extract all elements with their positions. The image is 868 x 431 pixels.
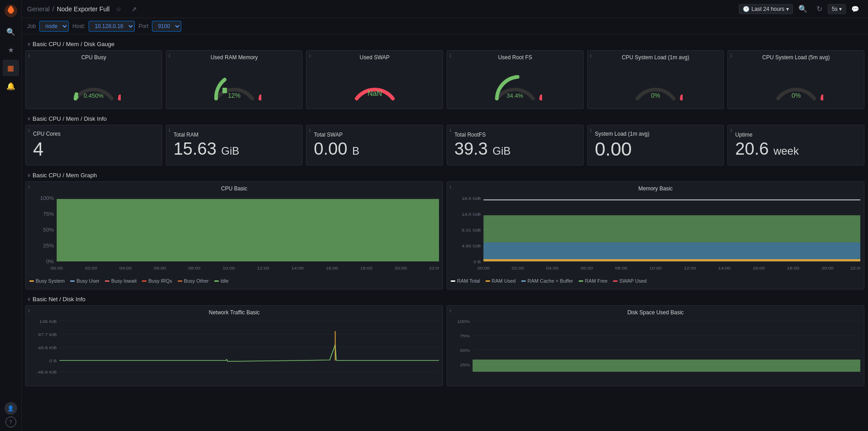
svg-text:0.450%: 0.450%	[84, 92, 104, 99]
info-section-title: Basic CPU / Mem / Disk Info	[33, 115, 107, 122]
legend-busy-user: Busy User	[70, 278, 99, 284]
dashboard: Basic CPU / Mem / Disk Gauge i CPU Busy	[22, 34, 868, 431]
cpu-load-5m-info-icon[interactable]: i	[731, 53, 731, 58]
cpu-mem-graph-section-header[interactable]: Basic CPU / Mem Graph	[25, 169, 864, 181]
cpu-load-1m-title: CPU System Load (1m avg)	[591, 54, 720, 61]
filterbar: Job node Host: 10.128.0.16 Port 9100	[22, 18, 868, 34]
time-range-chevron: ▾	[786, 6, 789, 12]
svg-text:16:00: 16:00	[753, 266, 765, 270]
network-chart-area: 146 KiB 97.7 KiB 48.8 KiB 0 B -48.8 KiB	[29, 317, 439, 382]
sidebar-item-search[interactable]: 🔍	[3, 24, 19, 40]
host-select[interactable]: 10.128.0.16	[89, 21, 135, 32]
gauge-section-header[interactable]: Basic CPU / Mem / Disk Gauge	[25, 38, 864, 50]
svg-text:16:00: 16:00	[326, 266, 339, 270]
time-range-selector[interactable]: 🕐 Last 24 hours ▾	[739, 4, 793, 14]
info-section-header[interactable]: Basic CPU / Mem / Disk Info	[25, 113, 864, 125]
network-traffic-info-icon[interactable]: i	[28, 308, 29, 313]
memory-basic-info-icon[interactable]: i	[450, 185, 451, 189]
share-dashboard-button[interactable]: ⇗	[128, 4, 141, 14]
star-dashboard-button[interactable]: ☆	[112, 4, 125, 14]
svg-text:146 KiB: 146 KiB	[39, 319, 57, 324]
total-rootfs-info-icon[interactable]: i	[450, 128, 451, 133]
total-ram-panel: i Total RAM 15.63 GiB	[166, 125, 303, 166]
svg-text:14:00: 14:00	[292, 266, 304, 270]
svg-text:100%: 100%	[458, 319, 470, 324]
gauge-section-title: Basic CPU / Mem / Disk Gauge	[33, 41, 114, 47]
job-select[interactable]: node	[39, 21, 69, 32]
svg-text:22:00: 22:00	[850, 266, 860, 270]
port-select[interactable]: 9100	[152, 21, 181, 32]
sidebar-item-dashboards[interactable]: ▦	[3, 60, 19, 76]
legend-swap-used: SWAP Used	[613, 278, 647, 284]
cpu-basic-info-icon[interactable]: i	[28, 185, 29, 189]
legend-ram-cache-dot	[521, 280, 526, 282]
sidebar: 🔍 ★ ▦ 🔔 👤 ?	[0, 0, 22, 431]
svg-text:34.4%: 34.4%	[507, 92, 524, 99]
cpu-load-5m-title: CPU System Load (5m avg)	[731, 54, 860, 61]
legend-ram-used-label: RAM Used	[492, 278, 516, 284]
topbar-actions: 🕐 Last 24 hours ▾ 🔍 ↻ 5s ▾ 💬	[739, 3, 863, 15]
sidebar-item-user[interactable]: 👤	[5, 402, 17, 415]
cpu-basic-panel: i CPU Basic 100%	[25, 181, 443, 289]
used-swap-panel: i Used SWAP NaN	[306, 50, 443, 109]
svg-text:20:00: 20:00	[821, 266, 834, 270]
net-disk-section-header[interactable]: Basic Net / Disk Info	[25, 293, 864, 305]
used-rootfs-info-icon[interactable]: i	[450, 53, 451, 58]
cpu-busy-info-icon[interactable]: i	[28, 53, 29, 58]
system-load-info-icon[interactable]: i	[590, 128, 591, 133]
system-load-value: 0.00	[595, 139, 632, 160]
refresh-rate-chevron: ▾	[839, 6, 842, 12]
svg-text:100%: 100%	[40, 196, 54, 201]
legend-busy-other: Busy Other	[178, 278, 209, 284]
used-ram-info-icon[interactable]: i	[169, 53, 170, 58]
gauge-section: Basic CPU / Mem / Disk Gauge i CPU Busy	[25, 38, 864, 109]
cpu-mem-graph-row: i CPU Basic 100%	[25, 181, 864, 289]
legend-ram-free-label: RAM Free	[585, 278, 608, 284]
used-rootfs-gauge-svg: 34.4%	[488, 67, 542, 103]
disk-space-panel: i Disk Space Used Basic 100% 75% 50%	[447, 305, 864, 386]
used-swap-info-icon[interactable]: i	[309, 53, 310, 58]
legend-busy-iowait-label: Busy Iowait	[111, 278, 137, 284]
zoom-out-button[interactable]: 🔍	[795, 3, 811, 15]
main-content: General / Node Exporter Full ☆ ⇗ 🕐 Last …	[22, 0, 868, 431]
cpu-basic-title: CPU Basic	[29, 185, 439, 192]
network-chart-svg: 146 KiB 97.7 KiB 48.8 KiB 0 B -48.8 KiB	[29, 317, 439, 381]
cpu-chart-svg: 100% 75% 50% 25% 0% 00:00 02:00 04:00	[29, 194, 439, 275]
uptime-panel: i Uptime 20.6 week	[727, 125, 864, 166]
uptime-value: 20.6 week	[735, 140, 799, 159]
sidebar-item-help[interactable]: ?	[5, 417, 16, 427]
svg-text:00:00: 00:00	[477, 266, 490, 270]
legend-busy-system: Busy System	[29, 278, 65, 284]
disk-space-info-icon[interactable]: i	[450, 308, 451, 313]
legend-ram-cache-label: RAM Cache + Buffer	[528, 278, 573, 284]
total-swap-info-icon[interactable]: i	[309, 128, 310, 133]
net-disk-section: Basic Net / Disk Info i Network Traffic …	[25, 293, 864, 386]
breadcrumb-separator: /	[52, 5, 54, 13]
legend-ram-used: RAM Used	[486, 278, 516, 284]
legend-busy-other-label: Busy Other	[184, 278, 209, 284]
svg-text:06:00: 06:00	[580, 266, 593, 270]
disk-chart-svg: 100% 75% 50% 25%	[451, 317, 860, 381]
svg-text:10:00: 10:00	[222, 266, 235, 270]
sidebar-logo	[4, 4, 18, 18]
svg-text:25%: 25%	[460, 363, 470, 367]
total-swap-title: Total SWAP	[314, 132, 435, 138]
total-ram-info-icon[interactable]: i	[169, 128, 170, 133]
legend-busy-user-dot	[70, 280, 75, 282]
legend-swap-used-dot	[613, 280, 618, 282]
total-swap-value: 0.00 B	[314, 140, 359, 159]
legend-ram-total-label: RAM Total	[457, 278, 480, 284]
sidebar-item-alerts[interactable]: 🔔	[3, 78, 19, 94]
legend-idle-dot	[214, 280, 219, 282]
refresh-button[interactable]: ↻	[813, 3, 826, 15]
total-ram-title: Total RAM	[174, 132, 295, 138]
info-panels-row: i CPU Cores 4 i Total RAM 15.63 GiB i To…	[25, 125, 864, 166]
comment-button[interactable]: 💬	[848, 4, 863, 14]
svg-text:02:00: 02:00	[512, 266, 524, 270]
cpu-cores-info-icon[interactable]: i	[28, 128, 29, 133]
refresh-rate-selector[interactable]: 5s ▾	[828, 4, 846, 14]
uptime-info-icon[interactable]: i	[731, 128, 731, 133]
sidebar-item-starred[interactable]: ★	[3, 42, 19, 58]
memory-basic-panel: i Memory Basic 18.6 GiB	[447, 181, 864, 289]
cpu-load-1m-info-icon[interactable]: i	[590, 53, 591, 58]
